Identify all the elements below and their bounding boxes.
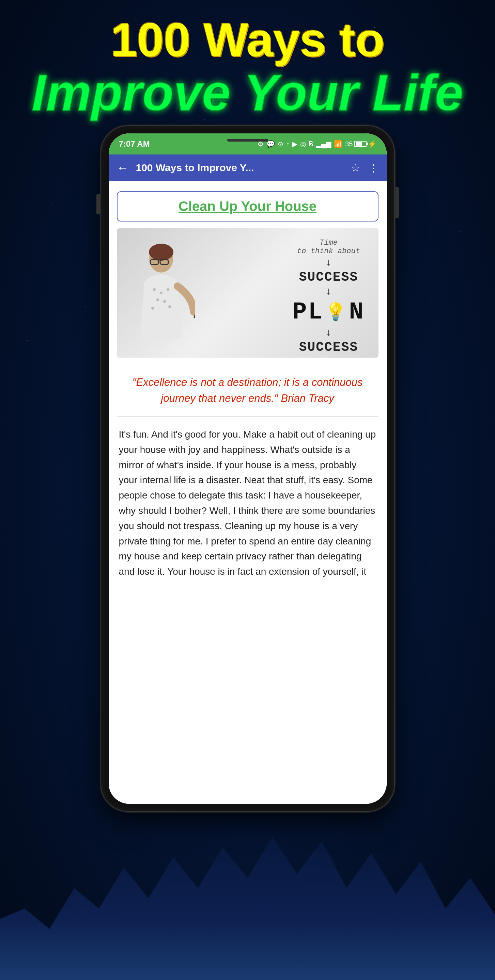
arrow-down-3: ↓ <box>292 327 364 339</box>
menu-button[interactable]: ⋮ <box>368 162 378 174</box>
toolbar-title: 100 Ways to Improve Y... <box>136 162 344 173</box>
signal-icon: ▂▄▆ <box>316 140 331 148</box>
image-success-top: SUCCESS <box>292 270 364 285</box>
heading-line1: 100 Ways to <box>0 14 495 66</box>
svg-point-5 <box>153 288 156 291</box>
image-success-bottom: SUCCESS <box>292 340 364 355</box>
plan-n: N <box>349 299 364 326</box>
svg-point-6 <box>160 292 163 294</box>
image-plan-text: PL 💡 N <box>292 299 364 326</box>
image-text-think: to think about <box>292 247 364 256</box>
status-icons: ⚙ 💬 ⊙ ↑ ▶ ◎ Ƀ ▂▄▆ 📶 35 ⚡ <box>257 140 376 148</box>
battery-indicator: 35 ⚡ <box>345 140 376 148</box>
svg-point-1 <box>149 243 173 261</box>
sync-icon: ⊙ <box>278 140 283 148</box>
quote-text: "Excellence is not a destination; it is … <box>119 375 377 406</box>
top-heading: 100 Ways to Improve Your Life <box>0 14 495 120</box>
star-button[interactable]: ☆ <box>351 162 360 174</box>
arrow-down-2: ↓ <box>292 286 364 298</box>
battery-percent: 35 <box>345 140 353 148</box>
back-button[interactable]: ← <box>117 161 129 175</box>
image-text-area: Time to think about ↓ SUCCESS ↓ PL 💡 N ↓… <box>292 239 364 355</box>
app-content: Clean Up Your House <box>109 191 386 804</box>
lightbulb-icon: 💡 <box>325 302 348 323</box>
image-text-time: Time <box>292 239 364 247</box>
phone-speaker <box>227 139 268 142</box>
messenger-icon: 💬 <box>267 140 275 148</box>
plan-letters: PL <box>292 299 324 326</box>
svg-point-9 <box>163 300 166 303</box>
content-image: Time to think about ↓ SUCCESS ↓ PL 💡 N ↓… <box>117 228 378 358</box>
toolbar-actions: ☆ ⋮ <box>351 162 378 174</box>
title-card-text: Clean Up Your House <box>179 199 316 214</box>
bluetooth-icon: Ƀ <box>309 140 313 148</box>
location-icon: ◎ <box>300 140 306 148</box>
section-divider <box>117 417 378 417</box>
play-icon: ▶ <box>292 140 297 148</box>
battery-fill <box>356 142 362 146</box>
wifi-icon: 📶 <box>334 140 342 148</box>
person-figure <box>127 242 195 358</box>
charging-icon: ⚡ <box>368 140 377 148</box>
status-time: 7:07 AM <box>119 139 150 149</box>
body-text: It's fun. And it's good for you. Make a … <box>109 424 386 593</box>
svg-point-8 <box>156 298 159 301</box>
title-card: Clean Up Your House <box>117 191 378 221</box>
phone-inner: 7:07 AM ⚙ 💬 ⊙ ↑ ▶ ◎ Ƀ ▂▄▆ 📶 35 <box>109 134 386 804</box>
phone-outer: 7:07 AM ⚙ 💬 ⊙ ↑ ▶ ◎ Ƀ ▂▄▆ 📶 35 <box>101 126 394 811</box>
svg-point-11 <box>168 305 171 308</box>
status-bar: 7:07 AM ⚙ 💬 ⊙ ↑ ▶ ◎ Ƀ ▂▄▆ 📶 35 <box>109 134 386 154</box>
arrow-down-1: ↓ <box>292 257 364 269</box>
app-toolbar: ← 100 Ways to Improve Y... ☆ ⋮ <box>109 154 386 181</box>
svg-point-7 <box>167 288 169 291</box>
phone-wrapper: 7:07 AM ⚙ 💬 ⊙ ↑ ▶ ◎ Ƀ ▂▄▆ 📶 35 <box>101 126 394 811</box>
svg-point-10 <box>151 307 154 310</box>
quote-section: "Excellence is not a destination; it is … <box>109 364 386 410</box>
arrow-icon: ↑ <box>286 140 289 148</box>
heading-line2: Improve Your Life <box>0 66 495 120</box>
battery-box <box>354 141 367 147</box>
